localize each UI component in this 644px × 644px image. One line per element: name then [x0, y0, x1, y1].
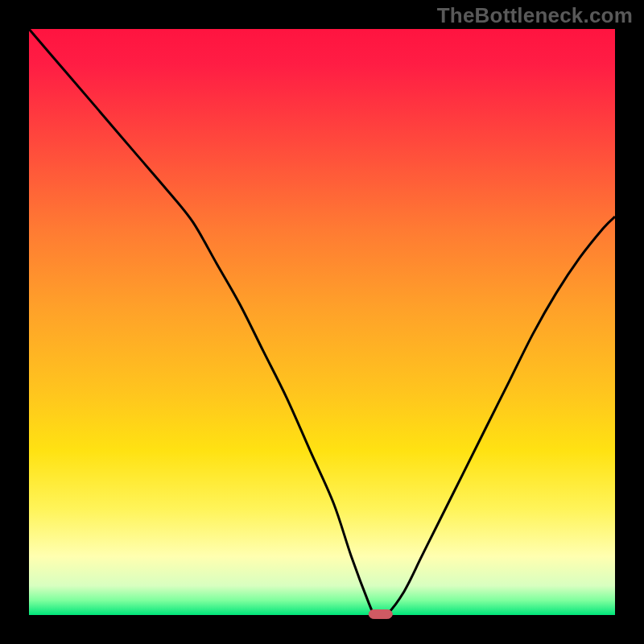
- bottleneck-chart: [0, 0, 644, 644]
- optimal-marker: [369, 610, 392, 619]
- plot-background: [29, 29, 615, 615]
- chart-frame: TheBottleneck.com: [0, 0, 644, 644]
- watermark-text: TheBottleneck.com: [437, 3, 633, 28]
